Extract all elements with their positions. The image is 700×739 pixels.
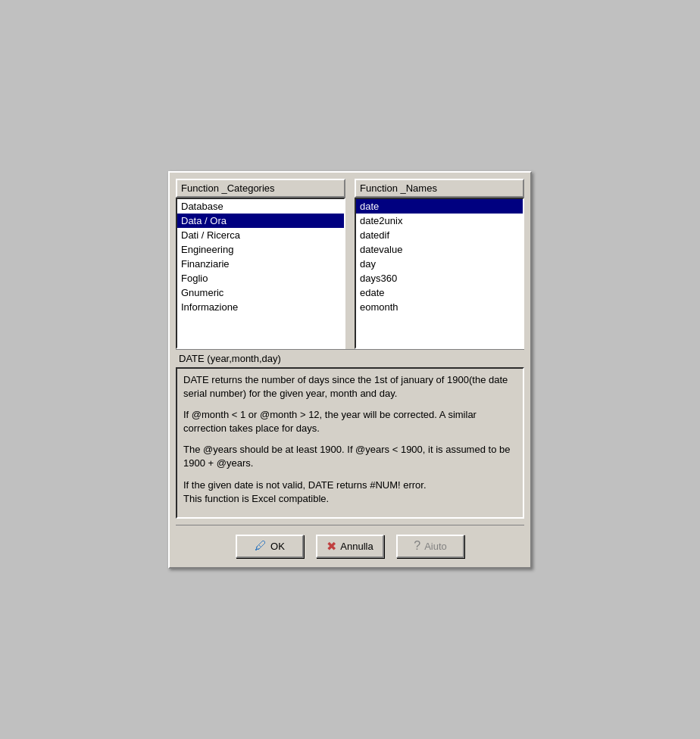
cancel-label: Annulla [340,541,373,552]
list-item[interactable]: Finanziarie [177,257,344,271]
list-item[interactable]: days360 [356,271,523,285]
list-item[interactable]: day [356,257,523,271]
buttons-row: 🖊 OK ✖ Annulla ? Aiuto [176,532,524,561]
ok-icon: 🖊 [255,539,267,553]
list-item[interactable]: date [356,199,523,214]
list-item[interactable]: Data / Ora [177,214,344,228]
categories-panel: Function _Categories DatabaseData / OraD… [176,179,345,349]
list-item[interactable]: Gnumeric [177,285,344,300]
description-p4: If the given date is not valid, DATE ret… [183,479,517,506]
list-item[interactable]: datevalue [356,242,523,257]
cancel-button[interactable]: ✖ Annulla [316,535,384,558]
help-icon: ? [414,539,420,553]
function-names-header: Function _Names [355,179,524,198]
list-item[interactable]: eomonth [356,300,523,314]
separator [176,525,524,525]
ok-button[interactable]: 🖊 OK [236,535,304,558]
description-p1: DATE returns the number of days since th… [183,373,517,401]
lists-container: Function _Categories DatabaseData / OraD… [176,179,524,349]
cancel-icon: ✖ [327,539,336,553]
description-p2: If @month < 1 or @month > 12, the year w… [183,408,517,435]
list-item[interactable]: Foglio [177,271,344,285]
ok-label: OK [270,541,285,552]
help-button[interactable]: ? Aiuto [396,535,464,558]
function-signature: DATE (year,month,day) [176,349,524,366]
list-item[interactable]: Informazione [177,300,344,314]
list-item[interactable]: datedif [356,228,523,242]
list-item[interactable]: Database [177,199,344,214]
categories-listbox[interactable]: DatabaseData / OraDati / RicercaEngineer… [176,198,345,349]
description-p3: The @years should be at least 1900. If @… [183,443,517,470]
help-label: Aiuto [424,541,447,552]
categories-header: Function _Categories [176,179,345,198]
description-box: DATE returns the number of days since th… [176,367,524,519]
list-item[interactable]: Engineering [177,242,344,257]
list-item[interactable]: edate [356,285,523,300]
list-item[interactable]: date2unix [356,214,523,228]
list-item[interactable]: Dati / Ricerca [177,228,344,242]
function-names-panel: Function _Names datedate2unixdatedifdate… [355,179,524,349]
function-names-listbox[interactable]: datedate2unixdatedifdatevaluedaydays360e… [355,198,524,349]
function-wizard-dialog: Function _Categories DatabaseData / OraD… [168,171,532,569]
